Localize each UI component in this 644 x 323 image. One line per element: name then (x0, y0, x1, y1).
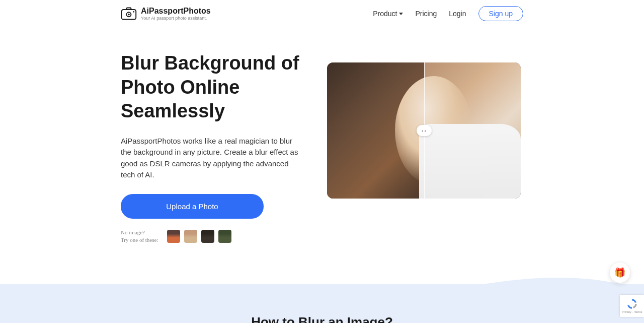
svg-point-3 (133, 11, 134, 13)
brand-tagline: Your AI passport photo assistant. (141, 16, 211, 21)
sample-images-row: No image? Try one of these: (121, 229, 302, 244)
compare-after-image (424, 62, 521, 199)
gift-icon: 🎁 (614, 267, 625, 278)
recaptcha-badge[interactable]: Privacy - Terms (620, 295, 644, 317)
upload-photo-button[interactable]: Upload a Photo (121, 194, 264, 219)
nav-pricing[interactable]: Pricing (415, 10, 437, 18)
sample-thumbnails (167, 230, 231, 243)
recaptcha-terms[interactable]: Terms (634, 310, 642, 313)
sample-thumb-2[interactable] (184, 230, 197, 243)
before-after-compare[interactable]: ‹ › (327, 62, 521, 199)
logo[interactable]: AiPassportPhotos Your AI passport photo … (121, 7, 211, 21)
wave-section: How to Blur an Image? (0, 284, 644, 323)
hero-section: Blur Background of Photo Online Seamless… (0, 27, 644, 244)
recaptcha-icon (625, 297, 638, 310)
top-nav: Product Pricing Login Sign up (373, 6, 523, 21)
signup-button[interactable]: Sign up (478, 6, 523, 21)
svg-point-2 (128, 14, 130, 16)
brand-name: AiPassportPhotos (141, 7, 211, 16)
sample-thumb-1[interactable] (167, 230, 180, 243)
gift-fab-button[interactable]: 🎁 (610, 263, 630, 283)
camera-logo-icon (121, 7, 137, 21)
nav-login[interactable]: Login (449, 10, 466, 18)
steps-title: How to Blur an Image? (0, 314, 644, 323)
recaptcha-privacy[interactable]: Privacy (621, 310, 631, 313)
header: AiPassportPhotos Your AI passport photo … (0, 0, 644, 27)
nav-product[interactable]: Product (373, 10, 403, 18)
chevron-down-icon (399, 13, 403, 15)
chevron-left-icon: ‹ (422, 128, 423, 134)
sample-prompt-line2: Try one of these: (121, 236, 158, 244)
hero-left: Blur Background of Photo Online Seamless… (121, 42, 302, 244)
hero-right: ‹ › (327, 42, 521, 244)
recaptcha-links: Privacy - Terms (621, 310, 642, 314)
wave-divider (0, 264, 644, 304)
nav-product-label: Product (373, 10, 397, 18)
hero-description: AiPassportPhotos works like a real magic… (121, 136, 302, 181)
sample-thumb-4[interactable] (218, 230, 231, 243)
sample-prompt: No image? Try one of these: (121, 229, 158, 244)
compare-slider-handle[interactable]: ‹ › (417, 125, 432, 136)
hero-title: Blur Background of Photo Online Seamless… (121, 51, 302, 123)
sample-prompt-line1: No image? (121, 229, 158, 236)
chevron-right-icon: › (425, 128, 426, 134)
sample-thumb-3[interactable] (201, 230, 214, 243)
